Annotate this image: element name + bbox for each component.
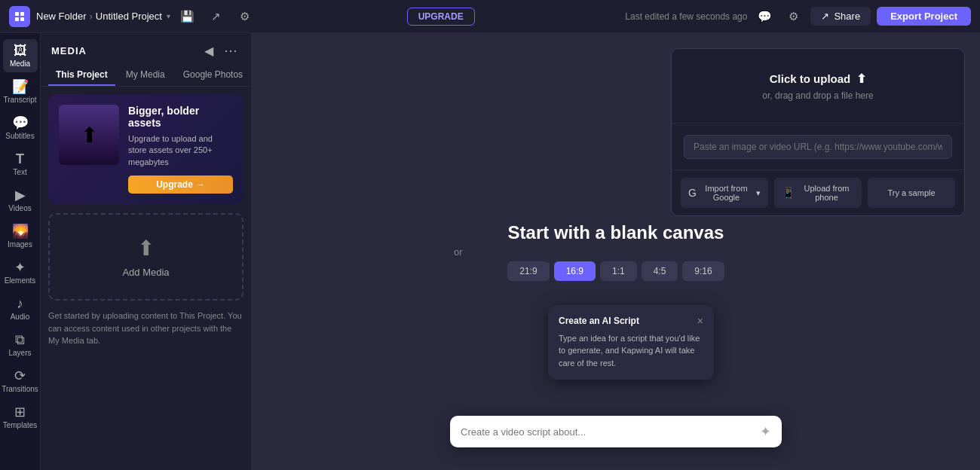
export-button[interactable]: Export Project [877,7,971,26]
images-label: Images [8,240,32,249]
media-header: MEDIA ◀ ⋯ [41,33,251,65]
sidebar-item-subtitles[interactable]: 💬 Subtitles [3,111,38,145]
upload-panel: Click to upload ⬆ or, drag and drop a fi… [671,48,965,216]
media-panel: MEDIA ◀ ⋯ This Project My Media Google P… [41,33,252,470]
aspect-9-16[interactable]: 9:16 [682,261,724,281]
folder-name[interactable]: New Folder [36,11,86,22]
sidebar-item-layers[interactable]: ⧉ Layers [3,328,38,362]
media-panel-title: MEDIA [51,45,87,56]
topbar-left: New Folder › Untitled Project ▾ 💾 ↗ ⚙ [9,5,256,28]
transitions-icon: ⟳ [14,369,26,383]
save-icon-button[interactable]: 💾 [176,5,199,28]
tab-google-photos[interactable]: Google Photos [176,65,250,86]
google-icon: G [688,187,697,199]
svg-rect-3 [20,17,24,21]
upgrade-card-content: Bigger, bolder assets Upgrade to upload … [128,105,233,194]
svg-rect-1 [20,12,24,16]
sidebar-item-transitions[interactable]: ⟳ Transitions [3,365,38,398]
topbar-right: Last edited a few seconds ago 💬 ⚙ ↗ Shar… [625,5,971,28]
project-name[interactable]: Untitled Project [96,11,162,22]
media-label: Media [10,60,30,68]
sidebar-item-media[interactable]: 🖼 Media [3,39,38,72]
topbar-settings-button[interactable]: ⚙ [782,5,804,28]
send-icon: ✦ [760,423,771,440]
ai-tooltip-close-button[interactable]: × [697,316,703,326]
canvas-or-label: or [454,246,463,258]
videos-icon: ▶ [15,188,26,202]
share-button[interactable]: ↗ Share [810,7,871,26]
app-logo [9,6,30,27]
aspect-21-9[interactable]: 21:9 [507,261,549,281]
add-media-area[interactable]: ⬆ Add Media [48,213,243,301]
elements-label: Elements [5,276,36,285]
share-label: Share [834,11,860,22]
subtitles-label: Subtitles [5,132,34,140]
ai-script-input[interactable] [461,426,754,438]
sidebar-icons: 🖼 Media 📝 Transcript 💬 Subtitles T Text … [0,33,41,470]
breadcrumb-separator: › [89,11,92,22]
sidebar-item-videos[interactable]: ▶ Videos [3,184,38,217]
more-options-button[interactable]: ⋯ [221,41,240,60]
url-input[interactable] [684,135,952,159]
svg-rect-0 [15,12,19,16]
images-icon: 🌄 [12,224,29,238]
ai-tooltip-title: Create an AI Script [559,316,639,326]
templates-icon: ⊞ [14,405,26,419]
add-media-label: Add Media [122,267,169,278]
sidebar-item-transcript[interactable]: 📝 Transcript [3,75,38,108]
click-to-upload-label: Click to upload [770,72,851,85]
tab-my-media[interactable]: My Media [118,65,173,86]
collapse-panel-button[interactable]: ◀ [201,42,216,60]
upgrade-card-button[interactable]: Upgrade → [128,175,233,194]
try-sample-button[interactable]: Try a sample [868,178,955,208]
media-body: ⬆ Bigger, bolder assets Upgrade to uploa… [41,87,251,470]
aspect-4-5[interactable]: 4:5 [642,261,678,281]
upgrade-card: ⬆ Bigger, bolder assets Upgrade to uploa… [48,94,243,204]
breadcrumb: New Folder › Untitled Project ▾ [36,11,170,22]
upload-zone[interactable]: Click to upload ⬆ or, drag and drop a fi… [672,49,964,124]
sidebar-item-elements[interactable]: ✦ Elements [3,256,38,289]
tab-this-project[interactable]: This Project [48,65,115,86]
upgrade-card-thumbnail: ⬆ [59,105,119,165]
ai-script-send-button[interactable]: ✦ [760,423,771,440]
aspect-1-1[interactable]: 1:1 [600,261,637,281]
sidebar-item-templates[interactable]: ⊞ Templates [3,401,38,434]
import-google-label: Import from Google [701,184,752,202]
media-icon: 🖼 [14,44,27,57]
text-label: Text [13,168,26,176]
videos-label: Videos [8,204,31,212]
comment-button[interactable]: 💬 [753,5,776,28]
templates-label: Templates [3,421,38,429]
media-tabs: This Project My Media Google Photos [41,65,251,87]
aspect-16-9[interactable]: 16:9 [554,261,596,281]
add-media-icon: ⬆ [137,236,155,261]
layers-label: Layers [8,349,31,357]
audio-label: Audio [11,313,30,321]
transcript-icon: 📝 [12,80,29,93]
topbar: New Folder › Untitled Project ▾ 💾 ↗ ⚙ UP… [0,0,980,33]
sidebar-item-audio[interactable]: ♪ Audio [3,292,38,325]
canvas-content: Start with a blank canvas 21:9 16:9 1:1 … [507,222,724,281]
ai-tooltip-body: Type an idea for a script that you'd lik… [559,332,703,370]
upload-from-phone-button[interactable]: 📱 Upload from phone [774,178,862,208]
upgrade-card-desc: Upgrade to upload and store assets over … [128,133,233,168]
upgrade-button[interactable]: UPGRADE [407,8,475,26]
media-header-actions: ◀ ⋯ [201,41,240,60]
phone-icon: 📱 [782,187,795,199]
transitions-label: Transitions [2,385,38,393]
ai-tooltip-header: Create an AI Script × [559,316,703,326]
project-name-chevron[interactable]: ▾ [167,12,170,20]
upload-actions: G Import from Google ▾ 📱 Upload from pho… [672,170,964,215]
export-share-icon-button[interactable]: ↗ [205,5,228,28]
drag-drop-label: or, drag and drop a file here [762,90,873,101]
sidebar-item-images[interactable]: 🌄 Images [3,220,38,253]
settings-icon-button[interactable]: ⚙ [234,5,256,28]
transcript-label: Transcript [3,96,36,104]
import-from-google-button[interactable]: G Import from Google ▾ [681,178,768,208]
sidebar-item-text[interactable]: T Text [3,148,38,181]
ai-script-bar: ✦ [450,416,782,447]
canvas-title: Start with a blank canvas [508,222,724,243]
canvas-area: Start with a blank canvas 21:9 16:9 1:1 … [252,33,980,470]
last-edited-label: Last edited a few seconds ago [625,11,747,22]
upgrade-card-title: Bigger, bolder assets [128,105,233,129]
